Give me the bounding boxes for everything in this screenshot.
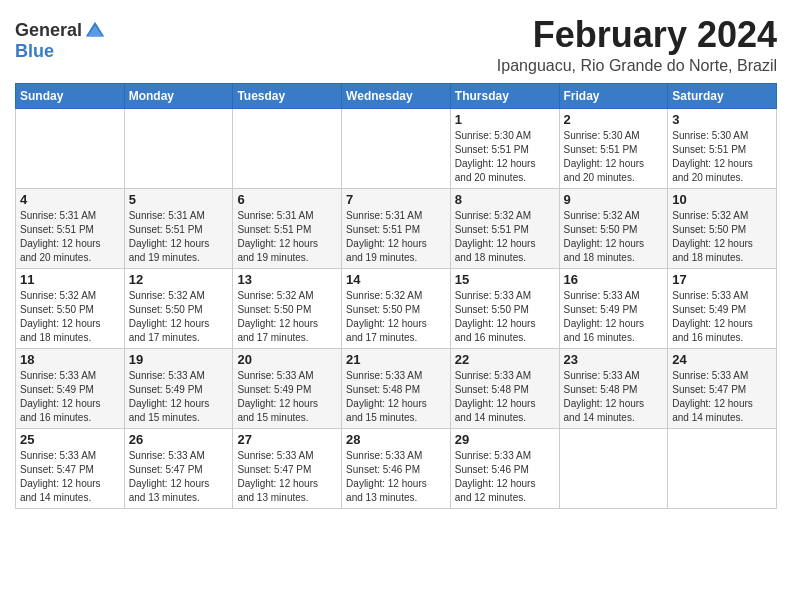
- day-info: Sunrise: 5:33 AM Sunset: 5:47 PM Dayligh…: [20, 449, 120, 505]
- title-section: February 2024 Ipanguacu, Rio Grande do N…: [497, 15, 777, 75]
- calendar-cell: 2Sunrise: 5:30 AM Sunset: 5:51 PM Daylig…: [559, 108, 668, 188]
- day-info: Sunrise: 5:33 AM Sunset: 5:49 PM Dayligh…: [129, 369, 229, 425]
- day-info: Sunrise: 5:33 AM Sunset: 5:47 PM Dayligh…: [672, 369, 772, 425]
- day-number: 10: [672, 192, 772, 207]
- calendar-cell: [559, 428, 668, 508]
- day-number: 28: [346, 432, 446, 447]
- day-info: Sunrise: 5:33 AM Sunset: 5:50 PM Dayligh…: [455, 289, 555, 345]
- calendar-cell: 27Sunrise: 5:33 AM Sunset: 5:47 PM Dayli…: [233, 428, 342, 508]
- day-info: Sunrise: 5:30 AM Sunset: 5:51 PM Dayligh…: [455, 129, 555, 185]
- calendar-cell: 21Sunrise: 5:33 AM Sunset: 5:48 PM Dayli…: [342, 348, 451, 428]
- day-number: 24: [672, 352, 772, 367]
- calendar-cell: 12Sunrise: 5:32 AM Sunset: 5:50 PM Dayli…: [124, 268, 233, 348]
- day-info: Sunrise: 5:33 AM Sunset: 5:49 PM Dayligh…: [20, 369, 120, 425]
- day-info: Sunrise: 5:32 AM Sunset: 5:50 PM Dayligh…: [346, 289, 446, 345]
- calendar-cell: 23Sunrise: 5:33 AM Sunset: 5:48 PM Dayli…: [559, 348, 668, 428]
- day-info: Sunrise: 5:33 AM Sunset: 5:46 PM Dayligh…: [346, 449, 446, 505]
- day-number: 21: [346, 352, 446, 367]
- day-info: Sunrise: 5:33 AM Sunset: 5:49 PM Dayligh…: [564, 289, 664, 345]
- logo-general-text: General: [15, 21, 82, 41]
- calendar-cell: 25Sunrise: 5:33 AM Sunset: 5:47 PM Dayli…: [16, 428, 125, 508]
- day-number: 5: [129, 192, 229, 207]
- day-info: Sunrise: 5:33 AM Sunset: 5:49 PM Dayligh…: [672, 289, 772, 345]
- day-number: 12: [129, 272, 229, 287]
- day-info: Sunrise: 5:33 AM Sunset: 5:48 PM Dayligh…: [455, 369, 555, 425]
- calendar-table: SundayMondayTuesdayWednesdayThursdayFrid…: [15, 83, 777, 509]
- weekday-header: Saturday: [668, 83, 777, 108]
- calendar-header-row: SundayMondayTuesdayWednesdayThursdayFrid…: [16, 83, 777, 108]
- day-number: 29: [455, 432, 555, 447]
- calendar-cell: 13Sunrise: 5:32 AM Sunset: 5:50 PM Dayli…: [233, 268, 342, 348]
- logo-icon: [84, 20, 106, 42]
- day-info: Sunrise: 5:33 AM Sunset: 5:48 PM Dayligh…: [564, 369, 664, 425]
- day-info: Sunrise: 5:33 AM Sunset: 5:49 PM Dayligh…: [237, 369, 337, 425]
- calendar-cell: 15Sunrise: 5:33 AM Sunset: 5:50 PM Dayli…: [450, 268, 559, 348]
- day-number: 14: [346, 272, 446, 287]
- calendar-cell: 14Sunrise: 5:32 AM Sunset: 5:50 PM Dayli…: [342, 268, 451, 348]
- calendar-cell: 7Sunrise: 5:31 AM Sunset: 5:51 PM Daylig…: [342, 188, 451, 268]
- day-number: 23: [564, 352, 664, 367]
- location-title: Ipanguacu, Rio Grande do Norte, Brazil: [497, 57, 777, 75]
- day-number: 8: [455, 192, 555, 207]
- calendar-cell: [124, 108, 233, 188]
- day-info: Sunrise: 5:33 AM Sunset: 5:48 PM Dayligh…: [346, 369, 446, 425]
- calendar-cell: 9Sunrise: 5:32 AM Sunset: 5:50 PM Daylig…: [559, 188, 668, 268]
- day-number: 4: [20, 192, 120, 207]
- calendar-cell: 19Sunrise: 5:33 AM Sunset: 5:49 PM Dayli…: [124, 348, 233, 428]
- day-number: 19: [129, 352, 229, 367]
- weekday-header: Wednesday: [342, 83, 451, 108]
- day-number: 20: [237, 352, 337, 367]
- calendar-cell: 1Sunrise: 5:30 AM Sunset: 5:51 PM Daylig…: [450, 108, 559, 188]
- page-header: General Blue February 2024 Ipanguacu, Ri…: [15, 15, 777, 75]
- calendar-cell: 17Sunrise: 5:33 AM Sunset: 5:49 PM Dayli…: [668, 268, 777, 348]
- day-info: Sunrise: 5:33 AM Sunset: 5:47 PM Dayligh…: [237, 449, 337, 505]
- day-number: 17: [672, 272, 772, 287]
- calendar-cell: [233, 108, 342, 188]
- day-info: Sunrise: 5:33 AM Sunset: 5:47 PM Dayligh…: [129, 449, 229, 505]
- weekday-header: Tuesday: [233, 83, 342, 108]
- day-info: Sunrise: 5:30 AM Sunset: 5:51 PM Dayligh…: [564, 129, 664, 185]
- calendar-cell: 20Sunrise: 5:33 AM Sunset: 5:49 PM Dayli…: [233, 348, 342, 428]
- day-number: 9: [564, 192, 664, 207]
- day-number: 7: [346, 192, 446, 207]
- logo-blue-text: Blue: [15, 42, 106, 62]
- day-info: Sunrise: 5:32 AM Sunset: 5:50 PM Dayligh…: [672, 209, 772, 265]
- day-number: 16: [564, 272, 664, 287]
- calendar-cell: [16, 108, 125, 188]
- calendar-cell: 4Sunrise: 5:31 AM Sunset: 5:51 PM Daylig…: [16, 188, 125, 268]
- day-info: Sunrise: 5:32 AM Sunset: 5:50 PM Dayligh…: [237, 289, 337, 345]
- month-title: February 2024: [497, 15, 777, 55]
- calendar-week-row: 18Sunrise: 5:33 AM Sunset: 5:49 PM Dayli…: [16, 348, 777, 428]
- calendar-week-row: 4Sunrise: 5:31 AM Sunset: 5:51 PM Daylig…: [16, 188, 777, 268]
- calendar-cell: 18Sunrise: 5:33 AM Sunset: 5:49 PM Dayli…: [16, 348, 125, 428]
- calendar-cell: 28Sunrise: 5:33 AM Sunset: 5:46 PM Dayli…: [342, 428, 451, 508]
- calendar-cell: 8Sunrise: 5:32 AM Sunset: 5:51 PM Daylig…: [450, 188, 559, 268]
- day-number: 25: [20, 432, 120, 447]
- day-info: Sunrise: 5:31 AM Sunset: 5:51 PM Dayligh…: [20, 209, 120, 265]
- calendar-cell: [342, 108, 451, 188]
- day-number: 11: [20, 272, 120, 287]
- day-info: Sunrise: 5:32 AM Sunset: 5:51 PM Dayligh…: [455, 209, 555, 265]
- calendar-cell: 3Sunrise: 5:30 AM Sunset: 5:51 PM Daylig…: [668, 108, 777, 188]
- calendar-cell: [668, 428, 777, 508]
- day-number: 27: [237, 432, 337, 447]
- day-info: Sunrise: 5:32 AM Sunset: 5:50 PM Dayligh…: [129, 289, 229, 345]
- calendar-cell: 24Sunrise: 5:33 AM Sunset: 5:47 PM Dayli…: [668, 348, 777, 428]
- day-info: Sunrise: 5:30 AM Sunset: 5:51 PM Dayligh…: [672, 129, 772, 185]
- weekday-header: Friday: [559, 83, 668, 108]
- day-info: Sunrise: 5:31 AM Sunset: 5:51 PM Dayligh…: [346, 209, 446, 265]
- calendar-cell: 26Sunrise: 5:33 AM Sunset: 5:47 PM Dayli…: [124, 428, 233, 508]
- day-number: 26: [129, 432, 229, 447]
- calendar-week-row: 25Sunrise: 5:33 AM Sunset: 5:47 PM Dayli…: [16, 428, 777, 508]
- day-number: 13: [237, 272, 337, 287]
- day-number: 18: [20, 352, 120, 367]
- day-number: 22: [455, 352, 555, 367]
- day-number: 3: [672, 112, 772, 127]
- calendar-cell: 10Sunrise: 5:32 AM Sunset: 5:50 PM Dayli…: [668, 188, 777, 268]
- weekday-header: Sunday: [16, 83, 125, 108]
- weekday-header: Thursday: [450, 83, 559, 108]
- day-info: Sunrise: 5:33 AM Sunset: 5:46 PM Dayligh…: [455, 449, 555, 505]
- calendar-week-row: 11Sunrise: 5:32 AM Sunset: 5:50 PM Dayli…: [16, 268, 777, 348]
- day-number: 6: [237, 192, 337, 207]
- weekday-header: Monday: [124, 83, 233, 108]
